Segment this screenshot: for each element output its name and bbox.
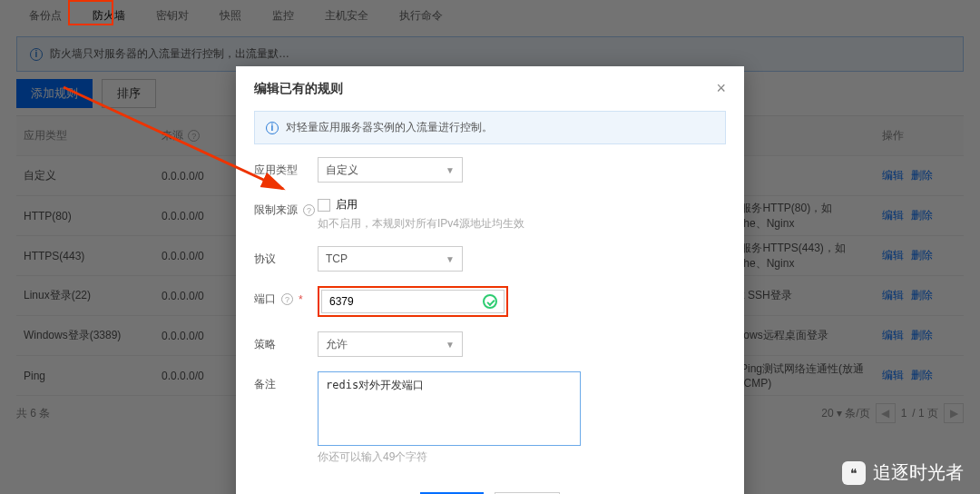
help-icon[interactable]: ? — [303, 204, 315, 216]
chevron-down-icon: ▼ — [446, 165, 455, 175]
label-note: 备注 — [254, 371, 318, 392]
app-type-select[interactable]: 自定义▼ — [318, 157, 463, 183]
protocol-select[interactable]: TCP▼ — [318, 246, 463, 272]
char-count-hint: 你还可以输入49个字符 — [318, 450, 581, 465]
enable-hint: 如不启用，本规则对所有IPv4源地址均生效 — [318, 216, 524, 232]
policy-select[interactable]: 允许▼ — [318, 331, 463, 357]
modal-title: 编辑已有的规则 — [254, 81, 343, 97]
watermark-text: 追逐时光者 — [873, 460, 964, 485]
label-port: 端口 ?* — [254, 286, 318, 307]
edit-rule-modal: 编辑已有的规则 × i 对轻量应用服务器实例的入流量进行控制。 应用类型 自定义… — [236, 66, 744, 494]
label-app-type: 应用类型 — [254, 157, 318, 178]
chevron-down-icon: ▼ — [446, 254, 455, 264]
modal-info-banner: i 对轻量应用服务器实例的入流量进行控制。 — [254, 111, 726, 144]
label-protocol: 协议 — [254, 246, 318, 267]
help-icon[interactable]: ? — [281, 293, 293, 305]
enable-checkbox[interactable]: 启用 — [318, 197, 524, 212]
wechat-icon: ❝ — [842, 461, 866, 485]
annotation-tab-highlight — [68, 0, 113, 25]
note-textarea[interactable] — [318, 371, 581, 446]
valid-check-icon — [483, 294, 497, 309]
port-input[interactable] — [321, 290, 505, 313]
info-icon: i — [266, 122, 279, 134]
label-policy: 策略 — [254, 331, 318, 352]
chevron-down-icon: ▼ — [446, 340, 455, 350]
annotation-port-highlight — [318, 286, 508, 317]
watermark: ❝ 追逐时光者 — [842, 460, 964, 485]
label-limit-source: 限制来源 ? — [254, 197, 318, 218]
close-icon[interactable]: × — [716, 79, 726, 98]
